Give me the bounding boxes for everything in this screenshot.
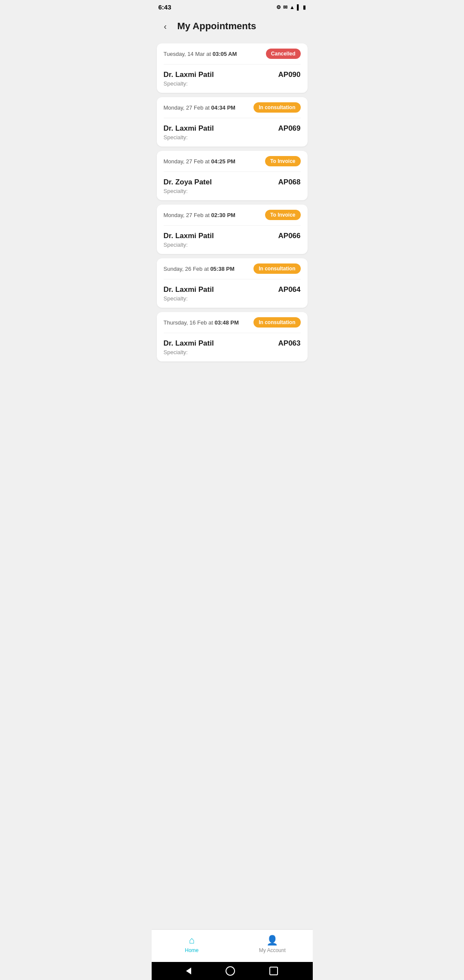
doctor-info-appt-4: Dr. Laxmi Patil Specialty: [164, 232, 214, 248]
appointment-id-appt-2: AP069 [278, 124, 301, 133]
card-header-appt-6: Thursday, 16 Feb at 03:48 PM In consulta… [157, 312, 308, 333]
doctor-specialty-appt-5: Specialty: [164, 295, 214, 302]
doctor-info-appt-2: Dr. Laxmi Patil Specialty: [164, 124, 214, 141]
status-badge-appt-5: In consultation [253, 263, 300, 274]
doctor-specialty-appt-2: Specialty: [164, 134, 214, 141]
status-time: 6:43 [159, 3, 171, 11]
status-badge-appt-1: Cancelled [266, 49, 301, 59]
doctor-name-appt-1: Dr. Laxmi Patil [164, 70, 214, 79]
recents-system-btn[interactable] [269, 967, 278, 975]
doctor-name-appt-6: Dr. Laxmi Patil [164, 339, 214, 348]
appointment-id-appt-6: AP063 [278, 339, 301, 348]
doctor-name-appt-5: Dr. Laxmi Patil [164, 285, 214, 294]
status-badge-appt-6: In consultation [253, 317, 300, 328]
appointment-card-appt-2[interactable]: Monday, 27 Feb at 04:34 PM In consultati… [157, 97, 308, 147]
doctor-specialty-appt-6: Specialty: [164, 349, 214, 355]
appointment-date-appt-3: Monday, 27 Feb at 04:25 PM [164, 158, 235, 165]
card-header-appt-5: Sunday, 26 Feb at 05:38 PM In consultati… [157, 258, 308, 279]
back-arrow-icon: ‹ [164, 21, 167, 31]
account-icon: 👤 [266, 935, 278, 946]
appointment-id-appt-5: AP064 [278, 285, 301, 294]
card-body-appt-5: Dr. Laxmi Patil Specialty: AP064 [157, 279, 308, 308]
doctor-specialty-appt-4: Specialty: [164, 242, 214, 248]
doctor-info-appt-1: Dr. Laxmi Patil Specialty: [164, 70, 214, 87]
appointments-list: Tuesday, 14 Mar at 03:05 AM Cancelled Dr… [152, 40, 313, 929]
appointment-card-appt-3[interactable]: Monday, 27 Feb at 04:25 PM To Invoice Dr… [157, 151, 308, 200]
home-icon: ⌂ [189, 935, 195, 946]
appointment-card-appt-1[interactable]: Tuesday, 14 Mar at 03:05 AM Cancelled Dr… [157, 43, 308, 93]
appointment-card-appt-4[interactable]: Monday, 27 Feb at 02:30 PM To Invoice Dr… [157, 205, 308, 254]
appointment-date-appt-6: Thursday, 16 Feb at 03:48 PM [164, 319, 239, 326]
nav-my-account[interactable]: 👤 My Account [232, 933, 313, 955]
account-label: My Account [259, 947, 286, 953]
status-bar: 6:43 ⚙ ✉ ▲ ▌ ▮ [152, 0, 313, 14]
doctor-info-appt-5: Dr. Laxmi Patil Specialty: [164, 285, 214, 302]
status-icons: ⚙ ✉ ▲ ▌ ▮ [276, 4, 305, 10]
doctor-name-appt-3: Dr. Zoya Patel [164, 178, 212, 187]
card-header-appt-4: Monday, 27 Feb at 02:30 PM To Invoice [157, 205, 308, 225]
appointment-id-appt-4: AP066 [278, 232, 301, 240]
card-header-appt-2: Monday, 27 Feb at 04:34 PM In consultati… [157, 97, 308, 118]
card-body-appt-2: Dr. Laxmi Patil Specialty: AP069 [157, 118, 308, 147]
card-body-appt-6: Dr. Laxmi Patil Specialty: AP063 [157, 333, 308, 361]
status-badge-appt-4: To Invoice [265, 210, 300, 220]
back-button[interactable]: ‹ [159, 19, 172, 33]
appointment-date-appt-4: Monday, 27 Feb at 02:30 PM [164, 212, 235, 218]
status-badge-appt-3: To Invoice [265, 156, 300, 166]
appointment-date-appt-1: Tuesday, 14 Mar at 03:05 AM [164, 51, 237, 57]
appointment-id-appt-1: AP090 [278, 70, 301, 79]
doctor-specialty-appt-1: Specialty: [164, 80, 214, 87]
doctor-info-appt-3: Dr. Zoya Patel Specialty: [164, 178, 212, 194]
card-body-appt-1: Dr. Laxmi Patil Specialty: AP090 [157, 64, 308, 93]
back-system-btn[interactable] [186, 968, 191, 974]
appointment-id-appt-3: AP068 [278, 178, 301, 187]
settings-icon: ⚙ [276, 4, 281, 10]
appointment-card-appt-6[interactable]: Thursday, 16 Feb at 03:48 PM In consulta… [157, 312, 308, 361]
card-header-appt-1: Tuesday, 14 Mar at 03:05 AM Cancelled [157, 43, 308, 64]
battery-icon: ▮ [303, 4, 306, 10]
page-header: ‹ My Appointments [152, 14, 313, 40]
wifi-icon: ▲ [290, 4, 295, 10]
home-system-btn[interactable] [226, 966, 235, 976]
page-title: My Appointments [177, 21, 256, 32]
system-navigation [152, 962, 313, 980]
doctor-info-appt-6: Dr. Laxmi Patil Specialty: [164, 339, 214, 355]
nav-home[interactable]: ⌂ Home [152, 933, 232, 955]
home-label: Home [185, 947, 198, 953]
doctor-name-appt-2: Dr. Laxmi Patil [164, 124, 214, 133]
bottom-navigation: ⌂ Home 👤 My Account [152, 929, 313, 962]
doctor-specialty-appt-3: Specialty: [164, 188, 212, 194]
card-header-appt-3: Monday, 27 Feb at 04:25 PM To Invoice [157, 151, 308, 172]
status-badge-appt-2: In consultation [253, 102, 300, 113]
signal-icon: ▌ [297, 4, 301, 10]
appointment-card-appt-5[interactable]: Sunday, 26 Feb at 05:38 PM In consultati… [157, 258, 308, 308]
card-body-appt-3: Dr. Zoya Patel Specialty: AP068 [157, 172, 308, 200]
appointment-date-appt-5: Sunday, 26 Feb at 05:38 PM [164, 266, 235, 272]
doctor-name-appt-4: Dr. Laxmi Patil [164, 232, 214, 240]
appointment-date-appt-2: Monday, 27 Feb at 04:34 PM [164, 104, 235, 111]
mail-icon: ✉ [283, 4, 287, 10]
card-body-appt-4: Dr. Laxmi Patil Specialty: AP066 [157, 226, 308, 254]
